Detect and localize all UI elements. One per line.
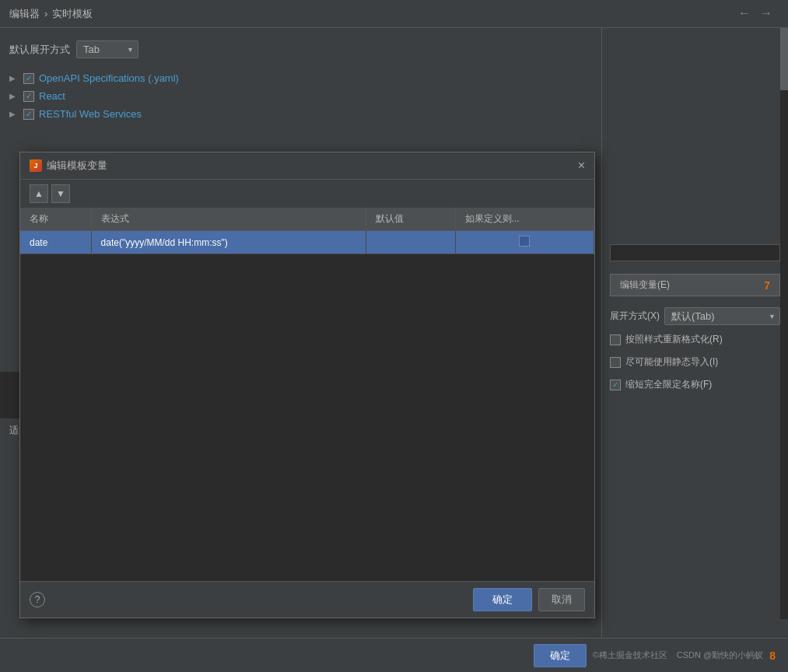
modal-cancel-btn[interactable]: 取消 (538, 588, 585, 611)
help-icon: ? (35, 594, 40, 605)
table-row[interactable]: date date("yyyy/MM/dd HH:mm:ss") (20, 231, 594, 254)
col-header-default: 默认值 (366, 208, 456, 231)
col-header-if-defined: 如果定义则... (455, 208, 594, 231)
help-btn[interactable]: ? (30, 592, 45, 607)
row-expression: date("yyyy/MM/dd HH:mm:ss") (91, 231, 366, 254)
modal-table: 名称 表达式 默认值 如果定义则... date date("yyyy/MM/d… (20, 208, 594, 254)
modal-footer: ? 确定 取消 (20, 581, 594, 618)
modal-toolbar: ▲ ▼ (20, 180, 594, 208)
modal-title: 编辑模板变量 (47, 159, 107, 173)
modal-overlay: J 编辑模板变量 × ▲ ▼ 名称 表达式 默认值 (0, 0, 788, 672)
modal-ok-btn[interactable]: 确定 (473, 588, 532, 611)
modal-table-container: 名称 表达式 默认值 如果定义则... date date("yyyy/MM/d… (20, 208, 594, 425)
col-header-expression: 表达式 (91, 208, 366, 231)
row-name: date (20, 231, 91, 254)
row-if-defined (455, 231, 594, 254)
move-up-btn[interactable]: ▲ (30, 184, 48, 203)
down-arrow-icon: ▼ (56, 188, 65, 199)
modal-icon: J (30, 159, 42, 172)
modal-empty-area (20, 425, 594, 581)
modal-close-btn[interactable]: × (578, 159, 585, 172)
modal-header: J 编辑模板变量 × (20, 152, 594, 180)
if-defined-checkbox[interactable] (519, 236, 530, 247)
modal-dialog: J 编辑模板变量 × ▲ ▼ 名称 表达式 默认值 (19, 152, 595, 618)
move-down-btn[interactable]: ▼ (51, 184, 70, 203)
modal-icon-text: J (33, 162, 37, 170)
up-arrow-icon: ▲ (34, 188, 44, 199)
modal-title-row: J 编辑模板变量 (30, 159, 107, 173)
col-header-name: 名称 (20, 208, 91, 231)
row-default (366, 231, 456, 254)
modal-footer-buttons: 确定 取消 (473, 588, 585, 611)
